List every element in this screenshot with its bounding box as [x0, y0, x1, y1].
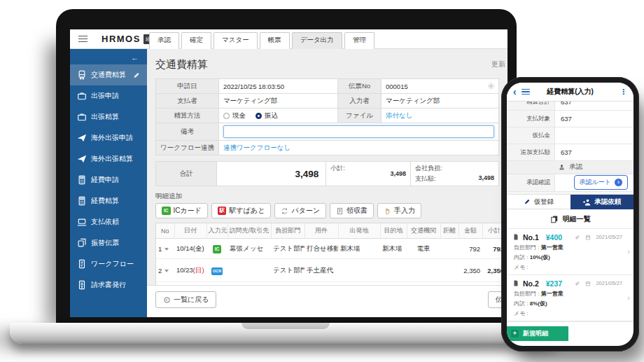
phone-mockup: ‹ 経費精算(入力) ⋮ 精算合計 637 支払対象 637 仮払金 追加支払額…	[501, 77, 639, 351]
edit-icon	[132, 71, 141, 79]
phone-summary-fields: 精算合計 637 支払対象 637 仮払金 追加支払額 637	[507, 94, 634, 161]
radio-transfer[interactable]: 振込	[255, 111, 278, 120]
col-transport: 交通機関	[407, 223, 440, 239]
page-footer: 一覧に戻る 伝票メモ	[147, 285, 507, 317]
document-icon	[77, 259, 87, 269]
approval-request-tab[interactable]: 承認依頼	[570, 195, 634, 209]
workflow-label: ワークフロー連携	[156, 141, 219, 155]
slip-no-label: 伝票No	[338, 79, 382, 94]
pattern-button[interactable]: パターン	[274, 203, 326, 218]
remarks-label: 備考	[156, 123, 219, 141]
ekispert-button[interactable]: 駅 駅すぱあと	[211, 203, 271, 218]
total-amount: 3,498	[217, 162, 326, 186]
pencil-icon	[524, 198, 531, 205]
laptop-mockup: HRMOS 経費 承認 確定 マスター 帳票 データ出力 管理 ← 交通費精算	[56, 9, 517, 323]
radio-cash[interactable]: 現金	[223, 111, 246, 120]
remarks-input[interactable]	[223, 125, 494, 138]
col-dept: 負担部門	[271, 223, 304, 239]
update-link[interactable]: 更新	[491, 60, 505, 69]
sidebar-item-overseas-trip-expense[interactable]: 海外出張精算	[70, 148, 147, 169]
gear-icon[interactable]	[487, 83, 495, 90]
tab-admin[interactable]: 管理	[344, 32, 374, 49]
calculator-icon	[77, 196, 87, 206]
sidebar-item-trip-expense[interactable]: 出張精算	[70, 106, 147, 127]
table-row[interactable]: 1 10/14(金) IC 幕張メッセ テスト部門 打合せ移動 新木場 新木場 …	[156, 239, 507, 259]
ocr-source-icon: OCR	[211, 267, 223, 275]
tab-confirm[interactable]: 確定	[181, 32, 211, 49]
col-from: 出発地	[338, 223, 380, 239]
stamp-icon	[558, 163, 566, 171]
file-icon	[512, 279, 519, 287]
sidebar-item-transfer-slip[interactable]: 振替伝票	[70, 232, 147, 253]
application-date-label: 申請日	[156, 79, 219, 94]
back-to-list-button[interactable]: 一覧に戻る	[155, 291, 216, 308]
file-attachment-link[interactable]: 添付なし	[386, 111, 412, 119]
chevron-right-icon[interactable]: ›	[627, 247, 630, 256]
transfer-icon	[77, 238, 87, 248]
phone-action-tabs: 仮登録 承認依頼	[507, 195, 634, 209]
detail-card[interactable]: No.1 ¥400 2021/05/27 負担部門 : 第一営業 内訳 : 10…	[507, 229, 634, 275]
brand-text: HRMOS	[102, 34, 141, 44]
approve-button[interactable]: 承認	[507, 161, 634, 174]
col-to: 目的地	[380, 223, 407, 239]
tab-data-export[interactable]: データ出力	[292, 32, 342, 49]
new-detail-button[interactable]: + 新規明細	[507, 326, 568, 341]
paperclip-icon	[575, 281, 580, 286]
manual-entry-button[interactable]: 手入力	[377, 203, 421, 218]
detail-card[interactable]: No.2 ¥237 2021/05/27 負担部門 : 第一営業 内訳 : 8%…	[507, 275, 634, 321]
payer-value: マーケティング部	[218, 94, 337, 109]
sidebar-item-expense-settlement[interactable]: 経費精算	[70, 190, 147, 211]
file-label: ファイル	[338, 109, 382, 123]
station-icon: 駅	[218, 207, 227, 215]
sidebar-item-transport-expense[interactable]: 交通費精算	[70, 64, 147, 85]
sidebar-collapse-icon[interactable]: ←	[70, 49, 147, 64]
totals-bar: 合計 3,498 小計: 3,498 会社負担: 支払額:3,498	[155, 161, 499, 186]
approval-route-button[interactable]: 承認ルート ›	[574, 175, 628, 190]
sidebar-item-overseas-trip-request[interactable]: 海外出張申請	[70, 127, 147, 148]
kebab-menu-icon[interactable]: ⋮	[620, 88, 627, 97]
payment-icon	[77, 217, 87, 227]
plane-icon	[77, 133, 87, 143]
company-burden-label: 会社負担:	[415, 164, 442, 173]
subtotal-amount: 3,498	[390, 170, 406, 177]
laptop-base	[10, 323, 561, 344]
detail-add-buttons: IC ICカード 駅 駅すぱあと パターン	[155, 203, 499, 218]
receipt-button[interactable]: 領収書	[330, 203, 374, 218]
col-amount: 金額	[458, 223, 482, 239]
file-icon	[512, 233, 519, 241]
payer-label: 支払者	[156, 94, 219, 109]
tab-master[interactable]: マスター	[214, 32, 258, 49]
plus-icon: +	[511, 330, 519, 337]
menu-icon[interactable]	[78, 34, 88, 44]
chevron-right-icon[interactable]: ›	[627, 293, 630, 302]
payment-label: 支払額:	[415, 174, 436, 183]
phone-header: ‹ 経費精算(入力) ⋮	[507, 83, 634, 102]
workflow-link[interactable]: 連携ワークフローなし	[223, 144, 290, 151]
total-label: 合計	[156, 162, 217, 186]
col-source: 入力元	[206, 223, 227, 239]
tab-report[interactable]: 帳票	[260, 32, 290, 49]
subtotal-label: 小計:	[330, 164, 345, 173]
train-icon	[77, 70, 87, 80]
sidebar-item-expense-request[interactable]: 経費申請	[70, 169, 147, 190]
sidebar-item-invoice-issue[interactable]: 請求書発行	[70, 274, 147, 295]
sidebar-item-workflow[interactable]: ワークフロー	[70, 253, 147, 274]
entered-by-label: 入力者	[338, 94, 382, 109]
ic-card-button[interactable]: IC ICカード	[155, 203, 208, 218]
detail-add-label: 明細追加	[155, 192, 499, 201]
radio-transfer-circle[interactable]	[255, 113, 262, 119]
radio-cash-circle[interactable]	[223, 113, 230, 119]
table-row[interactable]: 2 10/23(日) OCR テスト部門 手土産代	[156, 259, 507, 282]
page-title: 交通費精算	[155, 58, 499, 71]
calculator-icon	[77, 175, 87, 185]
sidebar-item-payment-request[interactable]: 支払依頼	[70, 211, 147, 232]
col-purpose: 用件	[304, 223, 338, 239]
draft-save-tab[interactable]: 仮登録	[507, 195, 570, 209]
sidebar-item-trip-request[interactable]: 出張申請	[70, 85, 147, 106]
calendar-icon	[585, 235, 591, 240]
tab-approval[interactable]: 承認	[149, 32, 179, 49]
plane-icon	[77, 154, 87, 164]
row-caret-icon[interactable]	[164, 248, 169, 251]
row-caret-icon[interactable]	[164, 270, 169, 272]
field-row-payment-target: 支払対象 637	[507, 111, 634, 127]
